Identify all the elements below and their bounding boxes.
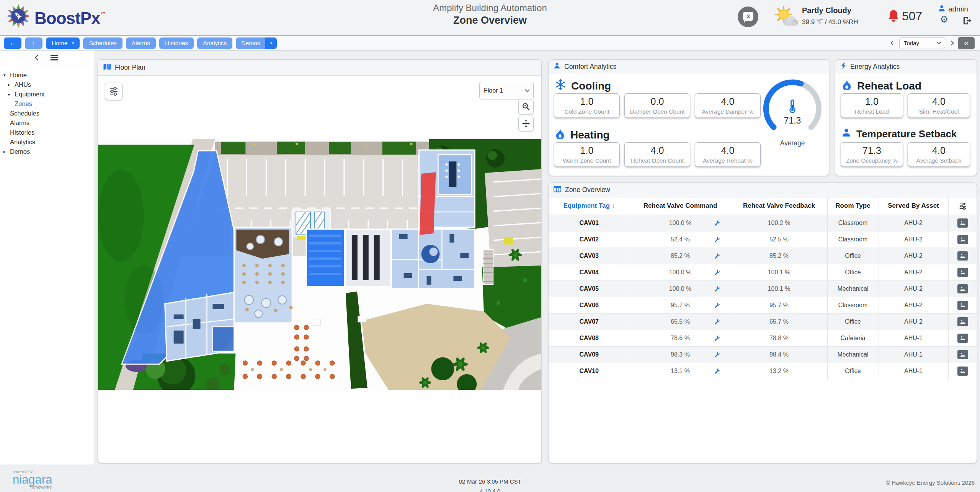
- back-button[interactable]: [4, 37, 21, 49]
- table-row[interactable]: CAV04 100.0 % 100.1 % Office AHU-2: [549, 264, 977, 280]
- zone-table: Equipment Tag Reheat Valve Command Rehea…: [549, 197, 977, 379]
- sidebar-item-analytics[interactable]: Analytics: [0, 137, 94, 147]
- wrench-icon[interactable]: [714, 286, 720, 292]
- demos-button[interactable]: Demos: [236, 37, 277, 49]
- sidebar-item-equipment[interactable]: Equipment: [0, 90, 94, 99]
- wrench-icon[interactable]: [714, 253, 720, 259]
- floor-filter-button[interactable]: [105, 83, 122, 100]
- equipment-tag-cell: CAV01: [549, 215, 630, 231]
- schedules-button[interactable]: Schedules: [83, 37, 122, 49]
- table-row[interactable]: CAV03 85.2 % 85.2 % Office AHU-2: [549, 248, 977, 264]
- pan-tool-button[interactable]: [518, 116, 534, 131]
- histories-button[interactable]: Histories: [159, 37, 194, 49]
- wrench-icon[interactable]: [714, 352, 720, 357]
- up-button[interactable]: [25, 37, 42, 49]
- col-room-type[interactable]: Room Type: [827, 197, 879, 215]
- zone-image-button[interactable]: [957, 251, 968, 261]
- col-reheat-valve-command[interactable]: Reheat Valve Command: [630, 197, 731, 215]
- wrench-icon[interactable]: [714, 236, 720, 242]
- table-row[interactable]: CAV09 98.3 % 98.4 % Mechanical AHU-1: [549, 346, 977, 363]
- zone-image-button[interactable]: [957, 301, 968, 310]
- zoom-tool-button[interactable]: [518, 99, 534, 114]
- wrench-icon[interactable]: [714, 319, 720, 324]
- table-row[interactable]: CAV10 13.1 % 13.2 % Office AHU-1: [549, 363, 977, 379]
- nav-toolbar: Home Schedules Alarms Histories Analytic…: [0, 35, 980, 51]
- table-icon: [554, 186, 561, 194]
- wrench-icon[interactable]: [714, 335, 720, 341]
- sidebar-item-zones[interactable]: Zones: [0, 99, 94, 109]
- room-type-cell: Office: [827, 363, 879, 379]
- settings-gear-icon[interactable]: [940, 15, 948, 24]
- sidebar-item-ahus[interactable]: AHUs: [0, 80, 94, 90]
- col-served-by-asset[interactable]: Served By Asset: [879, 197, 948, 215]
- hamburger-menu-icon[interactable]: [51, 57, 58, 58]
- caret-right-icon[interactable]: [3, 149, 10, 154]
- zone-image-button[interactable]: [957, 268, 968, 277]
- floor-select[interactable]: Floor 1: [479, 82, 534, 99]
- zone-image-button[interactable]: [957, 350, 968, 359]
- zone-image-button[interactable]: [957, 367, 968, 376]
- chevron-down-icon[interactable]: [265, 37, 277, 49]
- alarms-button[interactable]: Alarms: [126, 37, 156, 49]
- equipment-tag-cell: CAV09: [549, 346, 630, 363]
- caret-right-icon[interactable]: [8, 92, 15, 97]
- served-by-asset-cell: AHU-1: [879, 363, 948, 379]
- period-prev-icon[interactable]: [890, 41, 895, 46]
- equipment-tag-cell: CAV07: [549, 313, 630, 330]
- reheat-valve-feedback-cell: 52.5 %: [731, 231, 827, 248]
- wrench-icon[interactable]: [714, 302, 720, 308]
- reheat-load-title: Reheat Load: [857, 80, 921, 92]
- room-type-cell: Office: [827, 264, 879, 280]
- sidebar-item-schedules[interactable]: Schedules: [0, 109, 94, 118]
- caret-right-icon[interactable]: [8, 82, 15, 87]
- equipment-tag-cell: CAV02: [549, 231, 630, 248]
- sidebar-item-histories[interactable]: Histories: [0, 128, 94, 137]
- table-row[interactable]: CAV02 52.4 % 52.5 % Classroom AHU-2: [549, 231, 977, 248]
- period-next-icon[interactable]: [949, 41, 954, 46]
- period-select[interactable]: Today: [899, 37, 945, 49]
- zone-image-button[interactable]: [957, 284, 968, 293]
- table-row[interactable]: CAV05 100.0 % 100.1 % Mechanical AHU-2: [549, 280, 977, 297]
- collapse-panel-button[interactable]: [958, 37, 975, 49]
- caret-down-icon[interactable]: [3, 73, 10, 78]
- reheat-valve-command-cell: 85.2 %: [630, 248, 731, 264]
- home-button[interactable]: Home: [46, 37, 80, 49]
- flame-icon: [841, 79, 852, 93]
- col-reheat-valve-feedback[interactable]: Reheat Valve Feedback: [731, 197, 827, 215]
- reheat-valve-feedback-cell: 65.7 %: [731, 313, 827, 330]
- wrench-icon[interactable]: [714, 269, 720, 275]
- equipment-tag-cell: CAV08: [549, 330, 630, 346]
- floor-plan-panel: Floor Plan Floor 1: [98, 59, 542, 463]
- wrench-icon[interactable]: [714, 220, 720, 226]
- zone-image-button[interactable]: [957, 218, 968, 228]
- sidebar-item-alarms[interactable]: Alarms: [0, 118, 94, 128]
- stat-warm-zone-count: 1.0Warm Zone Count: [554, 142, 620, 167]
- analytics-button[interactable]: Analytics: [197, 37, 232, 49]
- table-row[interactable]: CAV06 95.7 % 95.7 % Classroom AHU-2: [549, 297, 977, 313]
- zone-image-button[interactable]: [957, 235, 968, 244]
- footer-version: 4.10.4.0: [0, 488, 980, 492]
- cooling-title: Cooling: [571, 80, 611, 92]
- weather-detail: 39.9 °F / 43.0 %RH: [802, 18, 858, 26]
- sidebar-item-home[interactable]: Home: [0, 70, 94, 80]
- stat-zone-occupancy: 71.3Zone Occupancy %: [841, 142, 903, 167]
- logout-icon[interactable]: [963, 16, 972, 26]
- floor-plan-image[interactable]: [98, 139, 541, 390]
- table-row[interactable]: CAV08 78.6 % 78.8 % Cafeteria AHU-1: [549, 330, 977, 346]
- col-equipment-tag[interactable]: Equipment Tag: [549, 197, 630, 215]
- table-row[interactable]: CAV07 65.5 % 65.7 % Office AHU-2: [549, 313, 977, 330]
- table-filter-button[interactable]: [948, 197, 977, 215]
- wrench-icon[interactable]: [714, 368, 720, 374]
- zone-image-button[interactable]: [957, 334, 968, 343]
- reheat-valve-command-cell: 100.0 %: [630, 264, 731, 280]
- sidebar-collapse-icon[interactable]: [35, 55, 41, 61]
- user-menu[interactable]: admin: [938, 5, 968, 14]
- equipment-tag-cell: CAV06: [549, 297, 630, 313]
- sidebar-item-demos[interactable]: Demos: [0, 147, 94, 156]
- alarm-bell-icon[interactable]: [887, 10, 900, 25]
- messages-badge[interactable]: 3: [738, 7, 758, 27]
- table-row[interactable]: CAV01 100.0 % 100.2 % Classroom AHU-2: [549, 215, 977, 231]
- served-by-asset-cell: AHU-2: [879, 297, 948, 313]
- zone-image-button[interactable]: [957, 317, 968, 326]
- chevron-down-icon: [525, 87, 530, 92]
